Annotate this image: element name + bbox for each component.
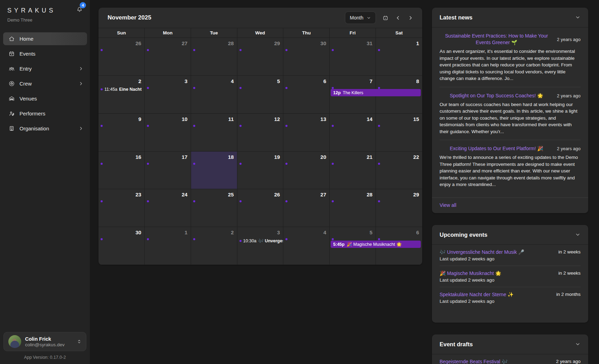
calendar-event[interactable] xyxy=(193,125,237,127)
calendar-day-cell[interactable]: 30 xyxy=(98,227,145,265)
calendar-event[interactable] xyxy=(378,238,422,240)
calendar-event[interactable] xyxy=(147,238,191,240)
calendar-day-cell[interactable]: 26 xyxy=(98,38,145,76)
sidebar-item-entry[interactable]: Entry xyxy=(3,62,87,75)
prev-month-button[interactable] xyxy=(395,15,401,21)
calendar-event[interactable] xyxy=(239,49,283,51)
news-item-title[interactable]: Exciting Updates to Our Event Platform! … xyxy=(440,145,553,152)
calendar-event[interactable] xyxy=(285,238,329,240)
event-draft-title[interactable]: Begeisternde Beats Festival 🎶 xyxy=(440,359,508,364)
calendar-event[interactable] xyxy=(147,49,191,51)
calendar-event-bar[interactable]: 12p The Killers xyxy=(331,89,421,96)
calendar-day-cell[interactable]: 3 10:30a 🎶 Unvergessliche Nacht der Musi… xyxy=(237,227,284,265)
calendar-event[interactable] xyxy=(101,163,144,165)
calendar-day-cell[interactable]: 26 xyxy=(237,189,284,227)
calendar-day-cell[interactable]: 21 xyxy=(330,152,376,189)
sidebar-item-events[interactable]: Events xyxy=(3,47,87,60)
sidebar-item-crew[interactable]: Crew xyxy=(3,77,87,90)
calendar-event[interactable] xyxy=(332,87,376,89)
calendar-day-cell[interactable]: 30 xyxy=(283,38,330,76)
calendar-day-cell[interactable]: 18 xyxy=(191,152,237,189)
calendar-event[interactable] xyxy=(378,87,422,89)
calendar-event[interactable] xyxy=(285,87,329,89)
calendar-event[interactable] xyxy=(378,125,422,127)
calendar-event[interactable] xyxy=(378,163,422,165)
calendar-day-cell[interactable]: 29 xyxy=(237,38,284,76)
sidebar-item-performers[interactable]: Performers xyxy=(3,107,87,120)
upcoming-event-title[interactable]: 🎉 Magische Musiknacht 🌟 xyxy=(440,270,501,276)
calendar-event[interactable] xyxy=(332,125,376,127)
calendar-event[interactable] xyxy=(239,87,283,89)
news-item-title[interactable]: Spotlight on Our Top Success Coaches! 🌟 xyxy=(440,92,553,99)
calendar-day-cell[interactable]: 12 xyxy=(237,114,284,152)
calendar-day-cell[interactable]: 5 xyxy=(237,76,284,114)
calendar-event[interactable] xyxy=(147,125,191,127)
calendar-day-cell[interactable]: 22 xyxy=(376,152,422,189)
calendar-event[interactable] xyxy=(378,200,422,202)
calendar-day-cell[interactable]: 23 xyxy=(98,189,145,227)
collapse-upcoming-button[interactable] xyxy=(575,232,581,237)
calendar-event[interactable] xyxy=(285,200,329,202)
calendar-day-cell[interactable]: 24 xyxy=(145,189,191,227)
calendar-day-cell[interactable]: 15 xyxy=(376,114,422,152)
calendar-day-cell[interactable]: 13 xyxy=(283,114,330,152)
calendar-day-cell[interactable]: 17 xyxy=(145,152,191,189)
calendar-event[interactable] xyxy=(285,49,329,51)
calendar-event[interactable] xyxy=(193,49,237,51)
calendar-event[interactable] xyxy=(193,163,237,165)
calendar-event[interactable] xyxy=(239,163,283,165)
today-button[interactable] xyxy=(383,15,388,21)
calendar-event[interactable] xyxy=(239,200,283,202)
calendar-day-cell[interactable]: 3 xyxy=(145,76,191,114)
calendar-event[interactable] xyxy=(147,87,191,89)
view-selector-dropdown[interactable]: Month xyxy=(345,11,376,24)
calendar-event[interactable] xyxy=(332,49,376,51)
calendar-day-cell[interactable]: 6 xyxy=(283,76,330,114)
sidebar-item-home[interactable]: Home xyxy=(3,32,87,45)
calendar-day-cell[interactable]: 4 xyxy=(191,76,237,114)
calendar-day-cell[interactable]: 14 xyxy=(330,114,376,152)
calendar-day-cell[interactable]: 10 xyxy=(145,114,191,152)
calendar-day-cell[interactable]: 28 xyxy=(330,189,376,227)
calendar-event[interactable] xyxy=(101,49,144,51)
notifications-button[interactable]: 4 xyxy=(76,6,83,13)
calendar-day-cell[interactable]: 27 xyxy=(283,189,330,227)
calendar-event[interactable] xyxy=(378,49,422,51)
calendar-event[interactable] xyxy=(285,125,329,127)
calendar-event[interactable] xyxy=(193,238,237,240)
calendar-day-cell[interactable]: 28 xyxy=(191,38,237,76)
calendar-day-cell[interactable]: 16 xyxy=(98,152,145,189)
collapse-news-button[interactable] xyxy=(575,15,581,20)
upcoming-event-title[interactable]: 🎶 Unvergessliche Nacht der Musik 🎤 xyxy=(440,249,524,255)
calendar-day-cell[interactable]: 29 xyxy=(376,189,422,227)
view-all-link[interactable]: View all xyxy=(440,202,456,208)
calendar-day-cell[interactable]: 27 xyxy=(145,38,191,76)
calendar-event-bar[interactable]: 5:45p 🎉 Magische Musiknacht 🌟 xyxy=(331,241,421,248)
calendar-event[interactable] xyxy=(101,200,144,202)
collapse-drafts-button[interactable] xyxy=(575,341,581,347)
calendar-event[interactable] xyxy=(193,87,237,89)
calendar-event[interactable]: 10:30a 🎶 Unvergessliche Nacht der Musik … xyxy=(239,238,283,243)
calendar-day-cell[interactable]: 2 xyxy=(191,227,237,265)
news-item-title[interactable]: Sustainable Event Practices: How to Make… xyxy=(440,33,553,46)
calendar-event[interactable] xyxy=(101,125,144,127)
sidebar-item-venues[interactable]: Venues xyxy=(3,92,87,105)
calendar-day-cell[interactable]: 25 xyxy=(191,189,237,227)
next-month-button[interactable] xyxy=(408,15,413,21)
calendar-event[interactable] xyxy=(332,238,376,240)
calendar-day-cell[interactable]: 31 xyxy=(330,38,376,76)
user-menu[interactable]: Colin Frick colin@syrakus.dev xyxy=(3,332,86,351)
calendar-day-cell[interactable]: 2 11:45a Eine Nacht xyxy=(98,76,145,114)
calendar-day-cell[interactable]: 1 xyxy=(145,227,191,265)
calendar-event[interactable] xyxy=(193,200,237,202)
calendar-event[interactable] xyxy=(332,200,376,202)
sidebar-item-organisation[interactable]: Organisation xyxy=(3,122,87,135)
calendar-event[interactable] xyxy=(332,163,376,165)
calendar-event[interactable] xyxy=(101,238,144,240)
calendar-day-cell[interactable]: 20 xyxy=(283,152,330,189)
calendar-event[interactable] xyxy=(285,163,329,165)
calendar-day-cell[interactable]: 1 xyxy=(376,38,422,76)
calendar-day-cell[interactable]: 9 xyxy=(98,114,145,152)
calendar-day-cell[interactable]: 19 xyxy=(237,152,284,189)
calendar-event[interactable]: 11:45a Eine Nacht xyxy=(101,87,144,92)
